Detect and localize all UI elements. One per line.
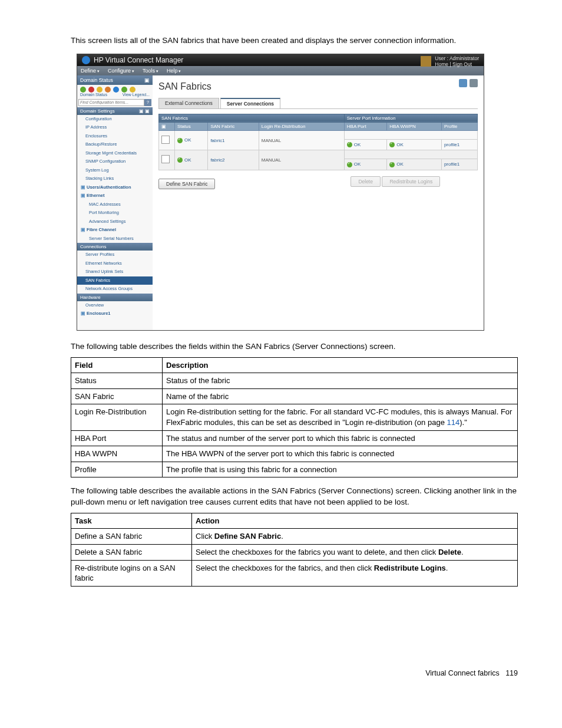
tab-external-connections[interactable]: External Connections	[158, 98, 219, 108]
sidebar-item-enclosure1[interactable]: Enclosure1	[77, 309, 153, 318]
sidebar-item-storage-credentials[interactable]: Storage Mgmt Credentials	[77, 149, 153, 158]
sidebar-item-network-access[interactable]: Network Access Groups	[77, 285, 153, 294]
sidebar-item-shared-uplink[interactable]: Shared Uplink Sets	[77, 268, 153, 276]
table-row: Login Re-Distribution Login Re-distribut…	[71, 404, 518, 430]
san-fabrics-table: SAN Fabrics Server Port Information ▣ St…	[158, 114, 478, 170]
status-ok-icon	[80, 87, 86, 93]
table-row: OK fabric2 MANUAL	[159, 150, 478, 159]
col-login: Login Re-Distribution	[259, 122, 344, 130]
cell-profile[interactable]: profile1	[441, 159, 477, 170]
menubar: Define Configure Tools Help	[77, 66, 484, 75]
view-legend-link[interactable]: View Legend...	[123, 93, 150, 97]
sidebar-item-server-profiles[interactable]: Server Profiles	[77, 251, 153, 259]
sidebar-item-enclosures[interactable]: Enclosures	[77, 132, 153, 141]
menu-help[interactable]: Help	[167, 68, 181, 74]
fields-caption: The following table describes the fields…	[71, 341, 518, 353]
actions-table: Task Action Define a SAN fabric Click De…	[71, 513, 518, 587]
status-text: OK	[184, 157, 191, 163]
domain-settings-header[interactable]: Domain Settings▣ ▣	[77, 107, 153, 115]
collapse-icon[interactable]: ▣	[144, 77, 150, 83]
page-link-114[interactable]: 114	[447, 418, 459, 427]
actions-header-task: Task	[71, 513, 192, 529]
status-minor-icon	[105, 87, 111, 93]
hp-logo-icon	[82, 56, 90, 64]
sidebar-item-ethernet[interactable]: Ethernet	[77, 192, 153, 200]
tabs: External Connections Server Connections	[158, 98, 478, 109]
cell-hbaport: OK	[354, 162, 361, 167]
sidebar-item-systemlog[interactable]: System Log	[77, 166, 153, 175]
user-label: User : Administrator	[435, 55, 479, 61]
search-input[interactable]	[78, 99, 144, 106]
actions-header-action: Action	[192, 513, 518, 529]
cell-login: MANUAL	[259, 150, 344, 170]
domain-status-label: Domain Status	[80, 77, 113, 83]
sidebar-hardware-header[interactable]: Hardware	[77, 294, 153, 301]
sidebar-item-users-auth[interactable]: Users/Authentication	[77, 183, 153, 192]
cell-fabric[interactable]: fabric2	[208, 150, 259, 170]
table-group-server-port: Server Port Information	[344, 114, 477, 122]
status-ok-icon	[389, 142, 395, 147]
cell-profile[interactable]: profile1	[441, 139, 477, 150]
status-critical-icon	[88, 87, 94, 93]
table-row: HBA Port The status and number of the se…	[71, 430, 518, 446]
sidebar-item-port-monitoring[interactable]: Port Monitoring	[77, 209, 153, 218]
menu-define[interactable]: Define	[81, 68, 100, 74]
status-icons-row	[77, 85, 153, 93]
sidebar: Domain Status ▣ Domain Status View Legen…	[77, 75, 153, 330]
domain-status-text: Domain Status	[80, 93, 107, 97]
menu-tools[interactable]: Tools	[143, 68, 158, 74]
table-row: OK fabric1 MANUAL	[159, 130, 478, 139]
status-info-icon	[113, 87, 119, 93]
sidebar-connections-header[interactable]: Connections	[77, 243, 153, 251]
cell-fabric[interactable]: fabric1	[208, 130, 259, 150]
col-hbaport: HBA Port	[344, 122, 387, 130]
sidebar-item-configuration[interactable]: Configuration	[77, 115, 153, 124]
col-checkbox: ▣	[159, 122, 175, 130]
sidebar-item-snmp[interactable]: SNMP Configuration	[77, 157, 153, 166]
status-ok-icon	[177, 157, 183, 163]
redistribute-logins-button[interactable]: Redistribute Logins	[382, 176, 440, 187]
help-icon[interactable]	[470, 79, 478, 87]
table-row: SAN Fabric Name of the fabric	[71, 388, 518, 404]
cell-login: MANUAL	[259, 130, 344, 150]
sidebar-item-stacking[interactable]: Stacking Links	[77, 174, 153, 183]
sidebar-item-overview[interactable]: Overview	[77, 301, 153, 310]
sidebar-item-san-fabrics[interactable]: SAN Fabrics	[77, 276, 153, 285]
fields-header-field: Field	[71, 357, 163, 373]
fields-table: Field Description Status Status of the f…	[71, 357, 518, 477]
sidebar-item-fibre-channel[interactable]: Fibre Channel	[77, 226, 153, 235]
row-checkbox[interactable]	[161, 155, 170, 163]
cell-hbawwpn: OK	[396, 162, 404, 167]
actions-caption: The following table describes the availa…	[71, 486, 518, 508]
app-titlebar: HP Virtual Connect Manager User : Admini…	[77, 54, 484, 66]
sidebar-item-eth-networks[interactable]: Ethernet Networks	[77, 259, 153, 268]
table-row: Delete a SAN fabric Select the checkboxe…	[71, 545, 518, 561]
home-signout-links[interactable]: Home | Sign Out	[435, 61, 472, 67]
search-box: ?	[78, 99, 151, 106]
sidebar-item-server-serial[interactable]: Server Serial Numbers	[77, 235, 153, 243]
status-ok-icon	[347, 142, 352, 147]
row-checkbox[interactable]	[161, 136, 170, 144]
col-status: Status	[175, 122, 208, 130]
table-row: Define a SAN fabric Click Define SAN Fab…	[71, 529, 518, 545]
domain-status-header: Domain Status ▣	[77, 75, 153, 85]
status-warning-icon	[97, 87, 103, 93]
sidebar-item-advanced[interactable]: Advanced Settings	[77, 218, 153, 226]
search-go-icon[interactable]: ?	[144, 99, 151, 106]
intro-paragraph: This screen lists all of the SAN fabrics…	[71, 35, 518, 47]
delete-button[interactable]: Delete	[351, 176, 381, 187]
app-title: HP Virtual Connect Manager	[94, 56, 183, 64]
status-ok-icon	[347, 162, 352, 167]
tab-server-connections[interactable]: Server Connections	[220, 98, 280, 108]
cell-hbaport: OK	[354, 142, 361, 147]
sidebar-item-backup[interactable]: Backup/Restore	[77, 140, 153, 149]
print-icon[interactable]	[459, 79, 467, 87]
user-info: User : Administrator Home | Sign Out	[421, 55, 479, 67]
define-san-fabric-button[interactable]: Define SAN Fabric	[158, 179, 215, 189]
sidebar-item-mac[interactable]: MAC Addresses	[77, 200, 153, 209]
home-icon[interactable]	[421, 56, 431, 67]
menu-configure[interactable]: Configure	[108, 68, 134, 74]
sidebar-item-ipaddress[interactable]: IP Address	[77, 123, 153, 132]
col-hbawwpn: HBA WWPN	[387, 122, 442, 130]
col-profile: Profile	[441, 122, 477, 130]
